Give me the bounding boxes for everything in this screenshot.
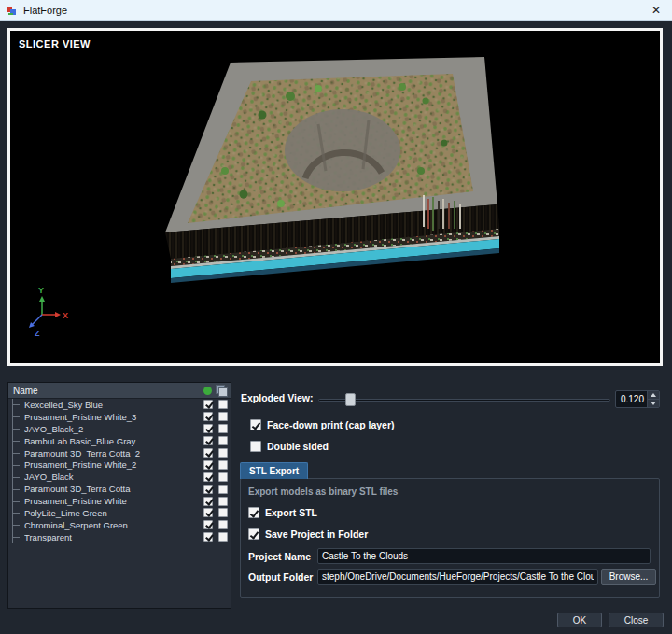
slider-track[interactable] bbox=[318, 399, 610, 402]
table-row[interactable]: JAYO_Black_2 bbox=[8, 423, 231, 435]
tree-branch-icon bbox=[12, 399, 21, 411]
output-folder-input[interactable] bbox=[317, 569, 598, 585]
visible-checkbox[interactable] bbox=[203, 412, 213, 421]
filament-name: Kexcelled_Sky Blue bbox=[24, 400, 201, 410]
double-sided-checkbox[interactable] bbox=[250, 441, 261, 452]
lock-checkbox[interactable] bbox=[218, 400, 228, 409]
lock-checkbox[interactable] bbox=[218, 460, 228, 470]
filament-name: Prusament_Pristine White_3 bbox=[24, 412, 201, 422]
table-row[interactable]: PolyLite_Lime Green bbox=[8, 507, 231, 519]
table-row[interactable]: JAYO_Black bbox=[8, 471, 231, 483]
exploded-view-slider[interactable] bbox=[318, 392, 610, 407]
exploded-view-value[interactable]: 0.120 bbox=[616, 391, 647, 407]
table-row[interactable]: Prusament_Pristine White_2 bbox=[8, 458, 231, 471]
ok-button[interactable]: OK bbox=[557, 613, 602, 627]
filament-name: PolyLite_Lime Green bbox=[24, 508, 201, 518]
tree-branch-icon bbox=[12, 411, 21, 423]
visible-checkbox[interactable] bbox=[203, 424, 213, 433]
filament-name: Paramount 3D_Terra Cotta bbox=[24, 484, 201, 494]
stl-export-description: Export models as binary STL files bbox=[248, 486, 398, 497]
visible-checkbox[interactable] bbox=[203, 460, 213, 470]
axis-x-label: X bbox=[63, 311, 68, 320]
tree-branch-icon bbox=[12, 447, 21, 459]
lock-checkbox[interactable] bbox=[218, 424, 228, 433]
tab-stl-export[interactable]: STL Export bbox=[240, 462, 308, 479]
lock-checkbox[interactable] bbox=[218, 532, 228, 542]
project-name-input[interactable] bbox=[317, 548, 651, 564]
table-header[interactable]: Name bbox=[8, 383, 231, 399]
table-row[interactable]: Prusament_Pristine White bbox=[8, 495, 231, 507]
close-icon[interactable]: ✕ bbox=[640, 0, 672, 21]
visible-checkbox[interactable] bbox=[203, 485, 213, 494]
filament-rows: Kexcelled_Sky Blue Prusament_Pristine Wh… bbox=[8, 399, 231, 608]
face-down-label: Face-down print (cap layer) bbox=[267, 419, 395, 430]
table-row[interactable]: Prusament_Pristine White_3 bbox=[8, 411, 231, 423]
visible-checkbox[interactable] bbox=[203, 520, 213, 529]
lock-checkbox[interactable] bbox=[218, 448, 228, 458]
visible-checkbox[interactable] bbox=[203, 497, 213, 506]
tree-branch-icon bbox=[12, 471, 21, 483]
face-down-row: Face-down print (cap layer) bbox=[250, 419, 395, 430]
spin-down-icon[interactable] bbox=[648, 400, 659, 407]
viewport-3d[interactable]: Y X Z bbox=[10, 31, 660, 363]
table-header-icons bbox=[203, 385, 231, 396]
tree-branch-icon bbox=[12, 483, 21, 495]
filament-name: JAYO_Black_2 bbox=[24, 424, 201, 434]
table-row[interactable]: Chrominal_Serpent Green bbox=[8, 519, 231, 531]
visible-checkbox[interactable] bbox=[203, 400, 213, 409]
titlebar: FlatForge ✕ bbox=[0, 0, 672, 21]
filament-name: Transparent bbox=[24, 532, 201, 542]
tree-branch-icon bbox=[12, 435, 21, 447]
lock-checkbox[interactable] bbox=[218, 472, 228, 482]
browse-button[interactable]: Browse... bbox=[601, 569, 656, 585]
save-project-checkbox[interactable] bbox=[248, 528, 259, 540]
table-row[interactable]: BambuLab Basic_Blue Gray bbox=[8, 435, 231, 447]
lock-checkbox[interactable] bbox=[218, 412, 228, 421]
lock-checkbox[interactable] bbox=[218, 497, 228, 506]
spin-up-icon[interactable] bbox=[648, 391, 659, 400]
filament-name: JAYO_Black bbox=[24, 472, 201, 482]
column-header-name[interactable]: Name bbox=[8, 386, 203, 396]
save-project-label: Save Project in Folder bbox=[265, 528, 368, 540]
slicer-view-panel: Y X Z SLICER VIEW bbox=[7, 28, 663, 366]
face-down-checkbox[interactable] bbox=[250, 419, 261, 430]
tree-branch-icon bbox=[12, 519, 21, 531]
table-row[interactable]: Kexcelled_Sky Blue bbox=[8, 399, 231, 411]
visible-checkbox[interactable] bbox=[203, 472, 213, 482]
table-row[interactable]: Transparent bbox=[8, 531, 231, 543]
exploded-slider-handle[interactable] bbox=[345, 393, 356, 406]
spin-buttons bbox=[647, 391, 659, 407]
filament-name: Chrominal_Serpent Green bbox=[24, 520, 201, 530]
lock-checkbox[interactable] bbox=[218, 508, 228, 517]
close-button[interactable]: Close bbox=[609, 613, 664, 627]
export-stl-checkbox[interactable] bbox=[248, 507, 259, 518]
exploded-view-spinbox[interactable]: 0.120 bbox=[615, 390, 660, 408]
export-stl-label: Export STL bbox=[265, 507, 317, 518]
filament-name: Prusament_Pristine White bbox=[24, 496, 201, 506]
lock-checkbox[interactable] bbox=[218, 485, 228, 494]
filament-table: Name Kexcelled_Sky Blue Prusament_Pristi… bbox=[7, 382, 231, 609]
app-window: FlatForge ✕ bbox=[0, 0, 672, 634]
exploded-view-label: Exploded View: bbox=[241, 392, 313, 403]
slicer-view-title: SLICER VIEW bbox=[19, 38, 91, 49]
project-name-label: Project Name bbox=[248, 551, 311, 562]
tree-branch-icon bbox=[12, 495, 21, 507]
window-title: FlatForge bbox=[23, 5, 67, 16]
visibility-icon[interactable] bbox=[203, 387, 212, 395]
table-row[interactable]: Paramount 3D_Terra Cotta bbox=[8, 483, 231, 495]
tree-branch-icon bbox=[12, 531, 21, 543]
tree-branch-icon bbox=[12, 423, 21, 435]
table-row[interactable]: Paramount 3D_Terra Cotta_2 bbox=[8, 447, 231, 459]
axis-y-label: Y bbox=[38, 286, 44, 295]
lock-checkbox[interactable] bbox=[218, 520, 228, 529]
tree-branch-icon bbox=[12, 458, 21, 471]
save-project-row: Save Project in Folder bbox=[248, 528, 368, 540]
visible-checkbox[interactable] bbox=[203, 436, 213, 445]
visible-checkbox[interactable] bbox=[203, 508, 213, 517]
layers-icon[interactable] bbox=[216, 385, 227, 396]
visible-checkbox[interactable] bbox=[203, 448, 213, 458]
app-icon bbox=[6, 4, 18, 16]
visible-checkbox[interactable] bbox=[203, 532, 213, 542]
lock-checkbox[interactable] bbox=[218, 436, 228, 445]
filament-name: Prusament_Pristine White_2 bbox=[24, 459, 201, 470]
